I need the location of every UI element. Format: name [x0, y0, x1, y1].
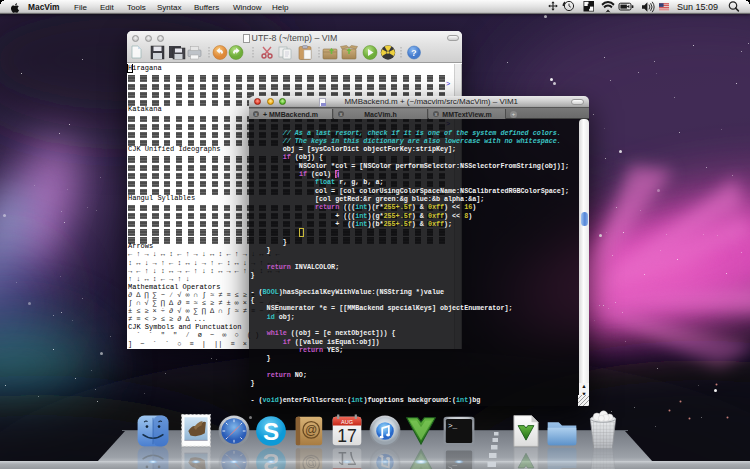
svg-text:@: @ [305, 423, 317, 437]
svg-text:AUG: AUG [341, 419, 353, 425]
svg-text:>_: >_ [448, 422, 458, 430]
svg-text:17: 17 [337, 426, 357, 446]
svg-text:S: S [263, 418, 279, 445]
svg-text:?: ? [411, 48, 417, 58]
